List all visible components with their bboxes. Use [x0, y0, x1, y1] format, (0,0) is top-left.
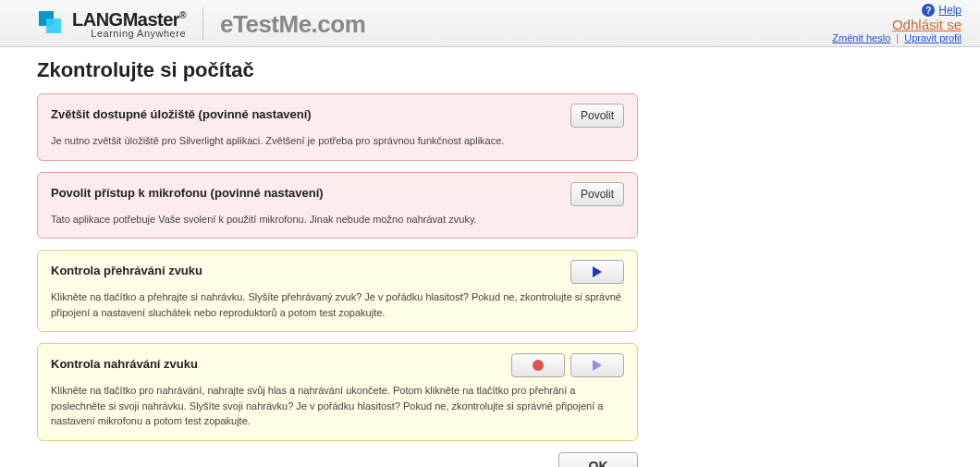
logout-link[interactable]: Odhlásit se [892, 17, 962, 32]
panel-storage: Zvětšit dostupné úložiště (povinné nasta… [37, 93, 638, 161]
header-divider [202, 7, 203, 41]
main-content: Zkontrolujte si počítač Zvětšit dostupné… [0, 47, 980, 467]
brand-title: eTestMe.com [220, 10, 365, 39]
play-icon [593, 266, 602, 277]
registered-symbol: ® [179, 10, 186, 20]
page-title: Zkontrolujte si počítač [37, 58, 638, 82]
help-icon: ? [922, 4, 935, 17]
allow-storage-button[interactable]: Povolit [570, 104, 624, 128]
record-icon [533, 360, 544, 371]
panel-storage-title: Zvětšit dostupné úložiště (povinné nasta… [51, 104, 312, 121]
play-recording-button[interactable] [570, 353, 624, 377]
edit-profile-link[interactable]: Upravit profil [904, 32, 962, 43]
langmaster-logo-icon [37, 9, 67, 39]
record-button[interactable] [511, 353, 565, 377]
link-separator: | [896, 32, 899, 43]
panel-microphone-body: Tato aplikace potřebuje Vaše svolení k p… [51, 212, 624, 227]
header-links: ? Help Odhlásit se Změnit heslo | Upravi… [832, 4, 962, 43]
panel-playback-body: Klikněte na tlačítko a přehrajte si nahr… [51, 289, 624, 320]
panel-playback: Kontrola přehrávání zvuku Klikněte na tl… [37, 250, 638, 332]
logo-text: LANGMaster® Learning Anywhere [72, 10, 186, 39]
panel-microphone-title: Povolit přístup k mikrofonu (povinné nas… [51, 182, 324, 200]
ok-button[interactable]: OK [558, 452, 638, 468]
header: LANGMaster® Learning Anywhere eTestMe.co… [0, 0, 980, 47]
panel-storage-body: Je nutno zvětšit úložiště pro Silverligh… [51, 133, 624, 149]
panel-recording-title: Kontrola nahrávání zvuku [51, 353, 198, 371]
logo-main-text: LANGMaster [72, 9, 179, 30]
logo[interactable]: LANGMaster® Learning Anywhere [37, 9, 186, 39]
help-link[interactable]: Help [938, 4, 962, 17]
change-password-link[interactable]: Změnit heslo [832, 32, 890, 43]
play-icon [593, 360, 602, 371]
play-sound-button[interactable] [570, 260, 624, 284]
allow-microphone-button[interactable]: Povolit [570, 182, 624, 206]
panel-playback-title: Kontrola přehrávání zvuku [51, 260, 202, 277]
panel-recording: Kontrola nahrávání zvuku Klikněte na tla… [37, 343, 638, 441]
panel-microphone: Povolit přístup k mikrofonu (povinné nas… [37, 172, 638, 240]
panel-recording-body: Klikněte na tlačítko pro nahrávání, nahr… [51, 383, 624, 429]
logo-subtitle: Learning Anywhere [72, 28, 186, 39]
